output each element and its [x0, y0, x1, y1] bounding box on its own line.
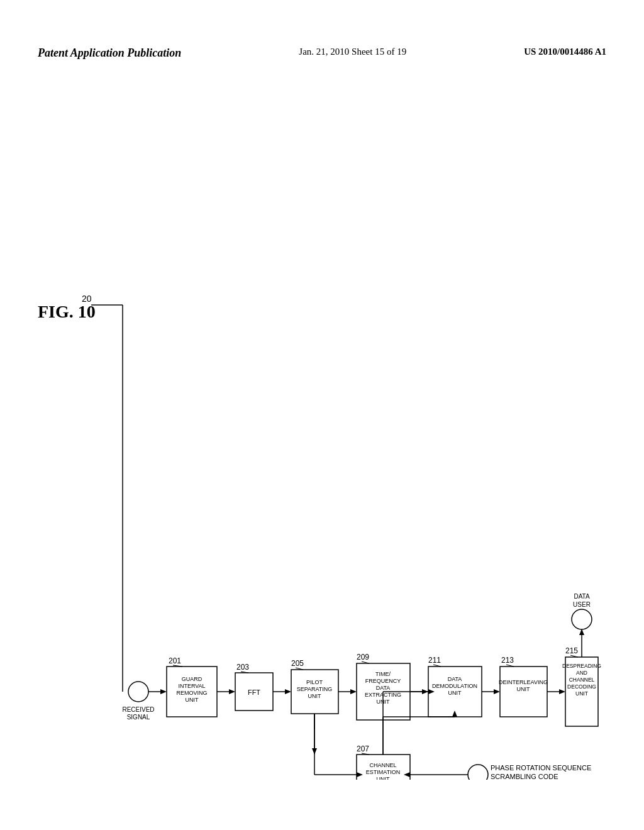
- label-203: 203: [236, 663, 249, 672]
- publication-label: Patent Application Publication: [38, 47, 181, 60]
- svg-text:UNIT: UNIT: [517, 686, 530, 692]
- label-209: 209: [357, 653, 369, 661]
- svg-text:FREQUENCY: FREQUENCY: [365, 678, 401, 684]
- label-211: 211: [428, 656, 441, 665]
- user-data-label: USER: [573, 601, 591, 608]
- svg-text:DESPREADING: DESPREADING: [562, 663, 601, 669]
- svg-text:UNIT: UNIT: [575, 690, 588, 697]
- svg-text:CHANNEL: CHANNEL: [569, 677, 595, 683]
- svg-text:FFT: FFT: [248, 689, 260, 696]
- svg-text:DECODING: DECODING: [567, 683, 596, 690]
- svg-marker-20: [350, 689, 357, 694]
- svg-text:DATA: DATA: [448, 676, 462, 682]
- svg-text:UNIT: UNIT: [308, 693, 321, 699]
- svg-marker-67: [428, 689, 435, 694]
- svg-text:DEINTERLEAVING: DEINTERLEAVING: [499, 679, 548, 685]
- svg-text:PILOT: PILOT: [306, 679, 323, 685]
- phase-rotation-label: PHASE ROTATION SEQUENCE: [491, 764, 591, 772]
- user-data-circle: [572, 609, 592, 629]
- diagram: 20 RECEIVED SIGNAL GUARD INTERVAL REMOVI…: [63, 88, 604, 780]
- svg-marker-59: [404, 772, 410, 777]
- label-201: 201: [169, 656, 181, 665]
- svg-text:TIME/: TIME/: [375, 671, 391, 677]
- label-207: 207: [357, 744, 369, 753]
- svg-marker-3: [160, 689, 167, 694]
- phase-rotation-label2: SCRAMBLING CODE: [491, 773, 558, 780]
- page: Patent Application Publication Jan. 21, …: [0, 0, 644, 830]
- svg-text:DEMODULATION: DEMODULATION: [432, 683, 477, 689]
- svg-text:SEPARATING: SEPARATING: [297, 686, 333, 692]
- received-signal-label2: SIGNAL: [127, 714, 150, 721]
- phase-rotation-circle: [468, 765, 488, 780]
- svg-text:GUARD: GUARD: [182, 676, 203, 682]
- svg-marker-39: [559, 689, 565, 694]
- user-data-label2: DATA: [574, 593, 590, 600]
- svg-marker-14: [285, 689, 291, 694]
- svg-text:AND: AND: [576, 670, 587, 676]
- svg-text:UNIT: UNIT: [186, 697, 199, 703]
- svg-marker-10: [229, 689, 235, 694]
- patent-number: US 2010/0014486 A1: [524, 47, 606, 57]
- sheet-info: Jan. 21, 2010 Sheet 15 of 19: [299, 47, 406, 57]
- svg-marker-57: [357, 772, 363, 777]
- label-213: 213: [501, 656, 514, 665]
- received-signal-label: RECEIVED: [122, 706, 154, 713]
- svg-text:DATA: DATA: [376, 685, 391, 691]
- received-signal-circle: [128, 682, 148, 702]
- svg-text:INTERVAL: INTERVAL: [178, 683, 205, 689]
- svg-text:UNIT: UNIT: [448, 690, 462, 696]
- svg-text:UNIT: UNIT: [377, 776, 390, 780]
- ref-num: 20: [82, 294, 92, 304]
- svg-marker-34: [494, 689, 500, 694]
- header: Patent Application Publication Jan. 21, …: [0, 47, 644, 60]
- label-215: 215: [565, 646, 578, 655]
- svg-marker-63: [452, 711, 457, 717]
- svg-text:CHANNEL: CHANNEL: [369, 762, 396, 768]
- svg-text:REMOVING: REMOVING: [176, 690, 207, 696]
- label-205: 205: [291, 659, 304, 668]
- svg-text:ESTIMATION: ESTIMATION: [366, 769, 400, 775]
